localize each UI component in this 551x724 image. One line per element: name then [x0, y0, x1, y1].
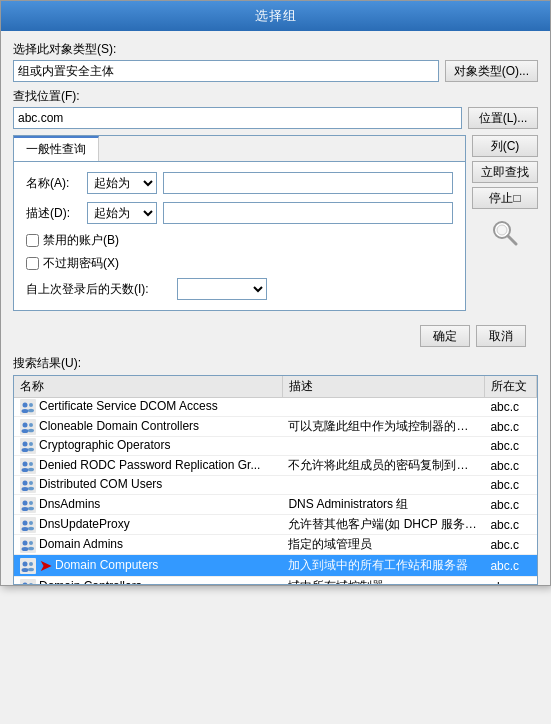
- days-label: 自上次登录后的天数(I):: [26, 281, 171, 298]
- row-name: DnsUpdateProxy: [14, 515, 282, 535]
- name-row: 名称(A): 起始为: [26, 172, 453, 194]
- row-location: abc.c: [484, 456, 536, 476]
- svg-point-4: [23, 403, 28, 408]
- location-input[interactable]: [13, 107, 462, 129]
- group-icon: [20, 537, 36, 553]
- row-desc: 不允许将此组成员的密码复制到域中的所...: [282, 456, 484, 476]
- name-input[interactable]: [163, 172, 453, 194]
- results-table-container[interactable]: 名称 描述 所在文 Certificate Service DCOM Acces…: [13, 375, 538, 585]
- row-name-text: Domain Admins: [39, 537, 123, 551]
- table-row[interactable]: DnsAdminsDNS Administrators 组abc.c: [14, 495, 537, 515]
- row-desc: 加入到域中的所有工作站和服务器: [282, 555, 484, 577]
- svg-line-2: [508, 236, 516, 244]
- row-desc: [282, 437, 484, 456]
- results-label: 搜索结果(U):: [13, 355, 538, 372]
- column-button[interactable]: 列(C): [472, 135, 538, 157]
- svg-rect-8: [20, 419, 36, 435]
- svg-point-25: [22, 487, 29, 491]
- row-name: Cryptographic Operators: [14, 437, 282, 456]
- row-name: DnsAdmins: [14, 495, 282, 515]
- table-row[interactable]: DnsUpdateProxy允许替其他客户端(如 DHCP 服务器)执行...a…: [14, 515, 537, 535]
- object-type-label: 选择此对象类型(S):: [13, 41, 538, 58]
- group-icon: [20, 579, 36, 586]
- row-name-text: Domain Controllers: [39, 579, 142, 585]
- cancel-button[interactable]: 取消: [476, 325, 526, 347]
- row-location: abc.c: [484, 476, 536, 495]
- tab-content: 名称(A): 起始为 描述(D): 起始为: [14, 162, 465, 310]
- days-row: 自上次登录后的天数(I):: [26, 278, 453, 300]
- row-name: Distributed COM Users: [14, 476, 282, 495]
- svg-point-22: [28, 467, 34, 471]
- table-row[interactable]: Domain Controllers域中所有域控制器abc.c: [14, 577, 537, 586]
- tab-header: 一般性查询: [14, 136, 465, 162]
- row-name-text: Cloneable Domain Controllers: [39, 419, 199, 433]
- svg-point-21: [29, 462, 33, 466]
- row-location: abc.c: [484, 515, 536, 535]
- table-row[interactable]: ➤Domain Computers加入到域中的所有工作站和服务器abc.c: [14, 555, 537, 577]
- svg-point-30: [22, 507, 29, 511]
- checkbox-noexpire[interactable]: [26, 257, 39, 270]
- checkbox-disabled-label: 禁用的账户(B): [43, 232, 119, 249]
- table-row[interactable]: Cryptographic Operatorsabc.c: [14, 437, 537, 456]
- svg-point-32: [28, 506, 34, 510]
- table-header-row: 名称 描述 所在文: [14, 376, 537, 398]
- svg-rect-38: [20, 537, 36, 553]
- col-loc: 所在文: [484, 376, 536, 398]
- tab-general[interactable]: 一般性查询: [14, 136, 99, 161]
- row-desc: 域中所有域控制器: [282, 577, 484, 586]
- svg-point-37: [28, 526, 34, 530]
- svg-point-10: [22, 429, 29, 433]
- svg-point-9: [23, 422, 28, 427]
- svg-point-6: [29, 403, 33, 407]
- row-name-text: Denied RODC Password Replication Gr...: [39, 458, 260, 472]
- row-desc: DNS Administrators 组: [282, 495, 484, 515]
- svg-point-5: [22, 409, 29, 413]
- svg-point-44: [23, 561, 28, 566]
- object-type-input[interactable]: [13, 60, 439, 82]
- desc-input[interactable]: [163, 202, 453, 224]
- select-group-dialog: 选择组 选择此对象类型(S): 对象类型(O)... 查找位置(F): 位置(L…: [0, 0, 551, 586]
- stop-button[interactable]: 停止□: [472, 187, 538, 209]
- svg-rect-28: [20, 497, 36, 513]
- svg-rect-13: [20, 438, 36, 454]
- svg-point-16: [29, 442, 33, 446]
- search-icon: [489, 217, 521, 249]
- table-row[interactable]: Distributed COM Usersabc.c: [14, 476, 537, 495]
- checkbox-noexpire-label: 不过期密码(X): [43, 255, 119, 272]
- query-panel: 一般性查询 名称(A): 起始为 描述(D):: [13, 135, 538, 319]
- row-name-text: Distributed COM Users: [39, 477, 162, 491]
- object-type-button[interactable]: 对象类型(O)...: [445, 60, 538, 82]
- search-now-button[interactable]: 立即查找: [472, 161, 538, 183]
- row-location: abc.c: [484, 577, 536, 586]
- results-table: 名称 描述 所在文 Certificate Service DCOM Acces…: [14, 376, 537, 585]
- row-name: Domain Controllers: [14, 577, 282, 586]
- table-row[interactable]: Denied RODC Password Replication Gr...不允…: [14, 456, 537, 476]
- svg-point-36: [29, 521, 33, 525]
- row-name: ➤Domain Computers: [14, 555, 282, 577]
- desc-label: 描述(D):: [26, 205, 81, 222]
- desc-select[interactable]: 起始为: [87, 202, 157, 224]
- name-select[interactable]: 起始为: [87, 172, 157, 194]
- svg-point-40: [22, 547, 29, 551]
- table-row[interactable]: Cloneable Domain Controllers可以克隆此组中作为域控制…: [14, 417, 537, 437]
- table-row[interactable]: Certificate Service DCOM Accessabc.c: [14, 398, 537, 417]
- checkbox-disabled[interactable]: [26, 234, 39, 247]
- row-location: abc.c: [484, 437, 536, 456]
- days-select[interactable]: [177, 278, 267, 300]
- svg-point-12: [28, 428, 34, 432]
- svg-point-34: [23, 520, 28, 525]
- footer-buttons: 确定 取消: [13, 319, 538, 355]
- table-row[interactable]: Domain Admins指定的域管理员abc.c: [14, 535, 537, 555]
- svg-point-24: [23, 481, 28, 486]
- group-icon: [20, 399, 36, 415]
- confirm-button[interactable]: 确定: [420, 325, 470, 347]
- row-name-text: DnsAdmins: [39, 497, 100, 511]
- group-icon: [20, 419, 36, 435]
- location-button[interactable]: 位置(L)...: [468, 107, 538, 129]
- row-name-text: Certificate Service DCOM Access: [39, 399, 218, 413]
- group-icon: [20, 558, 36, 574]
- row-location: abc.c: [484, 417, 536, 437]
- row-name: Denied RODC Password Replication Gr...: [14, 456, 282, 476]
- svg-rect-33: [20, 517, 36, 533]
- svg-point-46: [29, 562, 33, 566]
